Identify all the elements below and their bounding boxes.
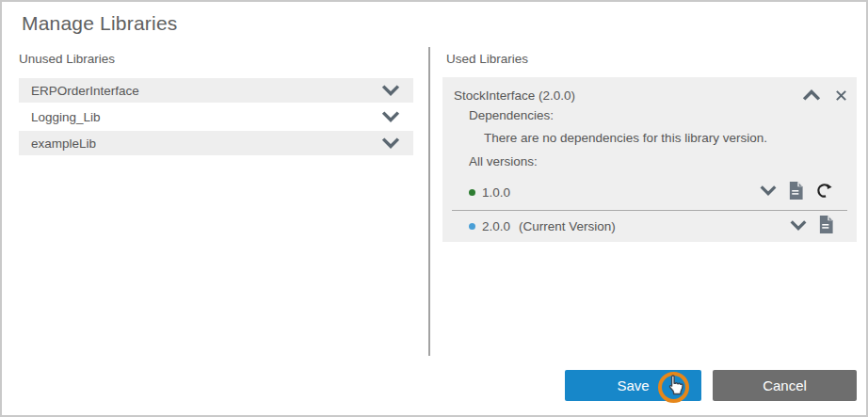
library-name: ERPOrderInterface (19, 84, 380, 98)
all-versions-label: All versions: (469, 154, 538, 168)
used-library-header[interactable]: StockInterface (2.0.0) (454, 85, 847, 105)
version-number: 1.0.0 (482, 185, 510, 200)
current-version-note: (Current Version) (519, 219, 616, 233)
version-row[interactable]: 1.0.0 (469, 177, 834, 207)
version-divider (452, 210, 847, 211)
document-icon[interactable] (818, 215, 834, 238)
unused-library-row[interactable]: Logging_Lib (19, 104, 413, 129)
version-number: 2.0.0 (482, 219, 510, 233)
unused-libraries-label: Unused Libraries (19, 52, 115, 66)
version-status-dot (469, 189, 475, 196)
used-libraries-label: Used Libraries (446, 52, 528, 66)
restore-version-icon[interactable] (814, 181, 834, 204)
library-name: Logging_Lib (19, 110, 380, 124)
page-title: Manage Libraries (22, 12, 177, 35)
document-icon[interactable] (788, 181, 804, 204)
save-button[interactable]: Save (565, 370, 701, 401)
cancel-button[interactable]: Cancel (713, 370, 857, 401)
used-library-card: StockInterface (2.0.0) Dependencies: The… (442, 77, 857, 242)
remove-library-x-icon[interactable] (835, 89, 847, 102)
chevron-down-icon[interactable] (789, 218, 808, 235)
panel-divider (428, 47, 430, 356)
unused-library-row[interactable]: exampleLib (19, 131, 413, 155)
manage-libraries-dialog: Manage Libraries Unused Libraries ERPOrd… (0, 0, 868, 417)
unused-library-row[interactable]: ERPOrderInterface (19, 78, 413, 103)
used-library-title: StockInterface (2.0.0) (454, 88, 801, 103)
chevron-down-icon[interactable] (380, 110, 401, 123)
library-name: exampleLib (19, 136, 380, 151)
chevron-down-icon[interactable] (380, 136, 401, 150)
version-status-dot (469, 223, 475, 230)
chevron-down-icon[interactable] (759, 184, 778, 200)
chevron-down-icon[interactable] (380, 84, 401, 97)
version-row[interactable]: 2.0.0 (Current Version) (469, 212, 834, 241)
dependencies-label: Dependencies: (469, 108, 554, 122)
chevron-up-icon[interactable] (801, 88, 822, 102)
dependencies-text: There are no dependencies for this libra… (484, 131, 767, 145)
